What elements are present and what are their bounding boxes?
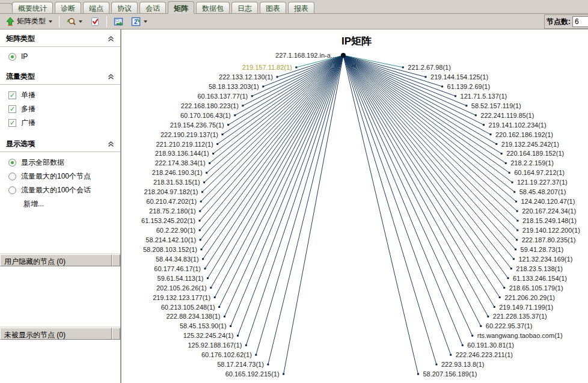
- radio-icon[interactable]: [8, 53, 16, 61]
- node-label[interactable]: 60.213.105.248(1): [161, 304, 215, 311]
- node-label[interactable]: 220.167.224.34(1): [522, 207, 576, 215]
- node-label[interactable]: 222.133.12.130(1): [219, 73, 273, 81]
- node-label[interactable]: rts.wangwang.taobao.com(1): [477, 332, 563, 339]
- radio-icon[interactable]: [8, 186, 16, 194]
- node-label[interactable]: 58.45.48.207(1): [519, 188, 566, 195]
- node-label[interactable]: 60.177.46.17(1): [154, 265, 201, 272]
- node-label[interactable]: 58.44.34.83(1): [156, 256, 199, 263]
- node-label[interactable]: 59.41.28.73(1): [521, 246, 564, 253]
- node-label[interactable]: 219.144.154.125(1): [430, 73, 488, 81]
- panel-grip[interactable]: [112, 254, 120, 266]
- option-广播[interactable]: ✓广播: [0, 116, 120, 130]
- section-header-3[interactable]: 显示选项: [0, 135, 120, 152]
- tab-10[interactable]: 报表: [288, 2, 314, 13]
- node-label[interactable]: 222.246.223.211(1): [456, 351, 513, 358]
- node-label[interactable]: 218.2.2.159(1): [510, 159, 554, 167]
- node-label[interactable]: 220.164.189.152(1): [506, 150, 564, 157]
- node-label[interactable]: 61.153.245.202(1): [141, 217, 195, 224]
- node-label[interactable]: 124.240.120.47(1): [521, 198, 575, 205]
- node-label[interactable]: 218.15.249.148(1): [522, 217, 577, 224]
- center-node-label[interactable]: 227.1.168.192.in-a...: [275, 52, 336, 59]
- node-label[interactable]: 218.93.136.144(1): [155, 150, 209, 157]
- option-IP[interactable]: IP: [0, 51, 120, 63]
- option-显示全部数据[interactable]: 显示全部数据: [0, 156, 120, 170]
- node-count-value[interactable]: 6: [572, 16, 588, 27]
- node-label[interactable]: 58.208.103.152(1): [143, 246, 197, 253]
- node-label[interactable]: 60.163.137.77(1): [197, 93, 248, 100]
- node-label[interactable]: 221.2.67.98(1): [408, 64, 451, 71]
- tab-7[interactable]: 数据包: [196, 2, 230, 13]
- node-label[interactable]: 218.65.105.179(1): [509, 284, 563, 292]
- node-label[interactable]: 61.133.246.154(1): [513, 275, 567, 282]
- node-label[interactable]: 58.214.142.10(1): [145, 236, 196, 244]
- link-label[interactable]: 新增...: [23, 199, 44, 209]
- diagnose-button[interactable]: [87, 15, 103, 28]
- node-label[interactable]: 60.2.22.90(1): [156, 227, 195, 234]
- panel-grip[interactable]: [112, 328, 120, 340]
- tab-8[interactable]: 日志: [231, 2, 258, 13]
- checkbox-icon[interactable]: ✓: [8, 105, 16, 113]
- checkbox-icon[interactable]: ✓: [8, 91, 16, 99]
- tab-4[interactable]: 协议: [111, 2, 138, 13]
- node-label[interactable]: 60.170.106.43(1): [180, 112, 231, 119]
- section-header-1[interactable]: 矩阵类型: [0, 29, 120, 47]
- node-label[interactable]: 125.92.188.167(1): [188, 342, 242, 349]
- node-label[interactable]: 121.71.5.137(1): [461, 93, 507, 100]
- node-label[interactable]: 222.174.38.34(1): [155, 159, 206, 167]
- node-label[interactable]: 218.204.97.182(1): [144, 188, 198, 195]
- node-label[interactable]: 222.241.119.85(1): [480, 112, 534, 119]
- node-label[interactable]: 58.45.153.90(1): [180, 322, 227, 329]
- node-label[interactable]: 219.132.123.177(1): [153, 294, 210, 301]
- checkbox-icon[interactable]: ✓: [8, 119, 16, 127]
- node-label[interactable]: 219.141.102.234(1): [489, 121, 547, 129]
- refresh-button[interactable]: 2: [128, 15, 150, 28]
- option-流量最大的100个节点[interactable]: 流量最大的100个节点: [0, 170, 120, 183]
- collapse-chevron-icon[interactable]: [108, 74, 114, 80]
- node-label[interactable]: 59.61.54.113(1): [158, 275, 204, 282]
- tab-5[interactable]: 会话: [139, 2, 166, 13]
- node-label[interactable]: 218.246.190.3(1): [152, 169, 203, 176]
- node-label[interactable]: 219.132.245.242(1): [501, 141, 559, 148]
- node-label[interactable]: 222.168.180.223(1): [181, 102, 239, 109]
- node-label[interactable]: 58.17.214.73(1): [217, 361, 264, 368]
- node-label[interactable]: 60.191.30.81(1): [467, 342, 514, 349]
- option-流量最大的100个会话[interactable]: 流量最大的100个会话: [0, 183, 120, 197]
- tab-1[interactable]: 概要统计: [12, 2, 53, 13]
- node-label[interactable]: 221.206.20.29(1): [504, 294, 555, 301]
- add-new-link[interactable]: 新增...: [0, 197, 120, 211]
- node-label[interactable]: 60.164.97.212(1): [514, 169, 565, 176]
- tab-9[interactable]: 图表: [260, 2, 286, 13]
- option-单播[interactable]: ✓单播: [0, 88, 120, 102]
- node-label[interactable]: 218.75.2.180(1): [149, 207, 196, 215]
- node-label[interactable]: 58.52.157.119(1): [471, 102, 521, 109]
- panel-title[interactable]: 未被显示的节点 (0): [0, 328, 112, 340]
- node-label[interactable]: 218.31.53.15(1): [153, 179, 200, 186]
- find-node-button[interactable]: A: [63, 15, 85, 28]
- node-label[interactable]: 121.19.227.37(1): [517, 179, 568, 186]
- node-label[interactable]: 58.18.133.203(1): [209, 83, 259, 90]
- panel-title[interactable]: 用户隐藏的节点 (0): [0, 254, 112, 266]
- node-label[interactable]: 61.139.2.69(1): [447, 83, 491, 90]
- section-header-2[interactable]: 流量类型: [0, 67, 120, 85]
- node-label[interactable]: 222.190.219.137(1): [161, 131, 218, 138]
- option-多播[interactable]: ✓多播: [0, 102, 120, 116]
- node-label[interactable]: 221.228.135.37(1): [493, 313, 547, 320]
- export-button[interactable]: [111, 15, 126, 28]
- node-label[interactable]: 218.23.5.138(1): [516, 265, 563, 272]
- node-label[interactable]: 220.162.186.192(1): [495, 131, 553, 138]
- node-label[interactable]: 60.165.192.215(1): [225, 370, 280, 378]
- node-label[interactable]: 121.32.234.169(1): [518, 256, 572, 263]
- collapse-chevron-icon[interactable]: [108, 141, 114, 147]
- node-label[interactable]: 60.222.95.37(1): [486, 322, 533, 329]
- tab-3[interactable]: 端点: [83, 2, 109, 13]
- node-label[interactable]: 219.157.11.82(1): [242, 64, 292, 71]
- apex-node[interactable]: [341, 53, 346, 58]
- node-label[interactable]: 219.140.122.200(1): [522, 227, 580, 234]
- tab-2[interactable]: 诊断: [55, 2, 81, 13]
- node-label[interactable]: 222.93.13.8(1): [441, 361, 485, 368]
- matrix-type-button[interactable]: 矩阵类型: [2, 15, 55, 28]
- node-label[interactable]: 219.149.71.199(1): [499, 304, 553, 311]
- node-label[interactable]: 222.187.80.235(1): [522, 236, 576, 244]
- node-label[interactable]: 221.210.219.112(1): [156, 141, 213, 148]
- node-label[interactable]: 60.176.102.62(1): [201, 351, 252, 358]
